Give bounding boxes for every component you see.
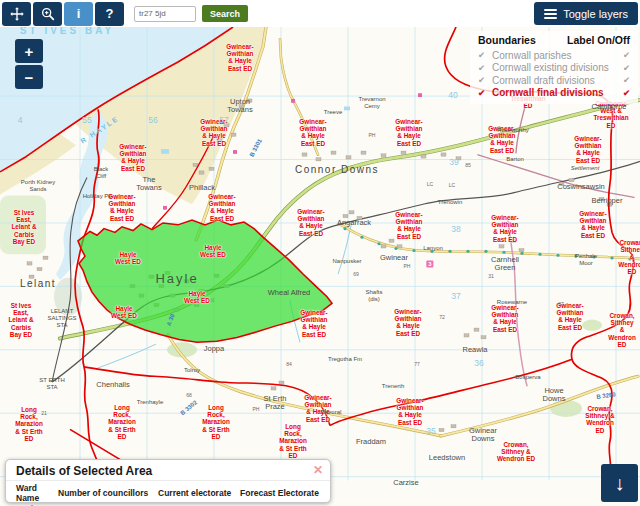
label-toggle-check-icon[interactable]: ✔ (623, 50, 630, 60)
layers-panel-label-toggle-title: Label On/Off (567, 34, 630, 46)
layers-panel: Boundaries Label On/Off ✔Cornwall parish… (470, 31, 638, 104)
details-panel-header: Details of Selected Area ✕ (6, 460, 330, 481)
scroll-down-button[interactable]: ↓ (601, 464, 638, 502)
help-button[interactable]: ? (95, 2, 124, 26)
label-toggle-check-icon[interactable]: ✔ (623, 75, 630, 85)
layer-row-cornwall-existing-divisions[interactable]: ✔Cornwall existing divisions✔ (478, 62, 630, 75)
table-column-header: Ward Name (16, 483, 58, 504)
layer-label: Cornwall existing divisions (492, 62, 609, 73)
details-panel: Details of Selected Area ✕ Ward NameNumb… (5, 459, 331, 503)
layer-check-icon[interactable]: ✔ (478, 63, 492, 73)
toggle-layers-button[interactable]: Toggle layers (534, 2, 638, 25)
table-column-header: Forecast Electorate (240, 483, 322, 504)
map-viewport[interactable]: Gwinear- Gwithian & Hayle East EDGwinear… (0, 27, 640, 506)
layer-check-icon[interactable]: ✔ (478, 50, 492, 60)
layer-row-cornwall-draft-divisions[interactable]: ✔Cornwall draft divisions✔ (478, 74, 630, 87)
magnifier-plus-icon (40, 6, 56, 22)
map-zoom-in-button[interactable]: + (15, 39, 43, 63)
layer-label: Cornwall draft divisions (492, 75, 595, 86)
help-icon: ? (106, 6, 114, 21)
layers-panel-header: Boundaries Label On/Off (478, 34, 630, 46)
layer-label: Cornwall final divisions (492, 87, 604, 98)
move-arrows-icon (9, 6, 25, 22)
table-column-header: Current electorate (158, 483, 240, 504)
table-column-header: Number of councillors (58, 483, 158, 504)
toggle-layers-label: Toggle layers (563, 8, 628, 20)
down-arrow-icon: ↓ (615, 472, 625, 494)
info-button[interactable]: i (64, 2, 93, 26)
top-toolbar: i ? Search Toggle layers (0, 0, 640, 27)
map-zoom-out-button[interactable]: − (15, 65, 43, 89)
details-panel-title: Details of Selected Area (16, 464, 320, 478)
layer-row-list: ✔Cornwall parishes✔✔Cornwall existing di… (478, 49, 630, 99)
map-zoom-control: + − (15, 39, 43, 89)
layers-panel-title: Boundaries (478, 34, 536, 46)
label-toggle-check-icon[interactable]: ✔ (623, 63, 630, 73)
info-icon: i (77, 6, 81, 21)
selected-area-table: Ward NameNumber of councillorsCurrent el… (16, 483, 322, 506)
layers-icon (544, 9, 557, 19)
pan-button[interactable] (2, 2, 31, 26)
label-toggle-check-icon[interactable]: ✔ (623, 88, 630, 98)
layer-check-icon[interactable]: ✔ (478, 75, 492, 85)
search-button[interactable]: Search (202, 5, 248, 22)
toolbar-left-group: i ? Search (2, 2, 248, 26)
zoom-button[interactable] (33, 2, 62, 26)
layer-label: Cornwall parishes (492, 50, 571, 61)
app-root: i ? Search Toggle layers (0, 0, 640, 506)
layer-row-cornwall-final-divisions[interactable]: ✔Cornwall final divisions✔ (478, 87, 630, 100)
layer-check-icon[interactable]: ✔ (478, 88, 492, 98)
layer-row-cornwall-parishes[interactable]: ✔Cornwall parishes✔ (478, 49, 630, 62)
close-icon[interactable]: ✕ (313, 463, 323, 477)
search-input[interactable] (134, 6, 196, 22)
